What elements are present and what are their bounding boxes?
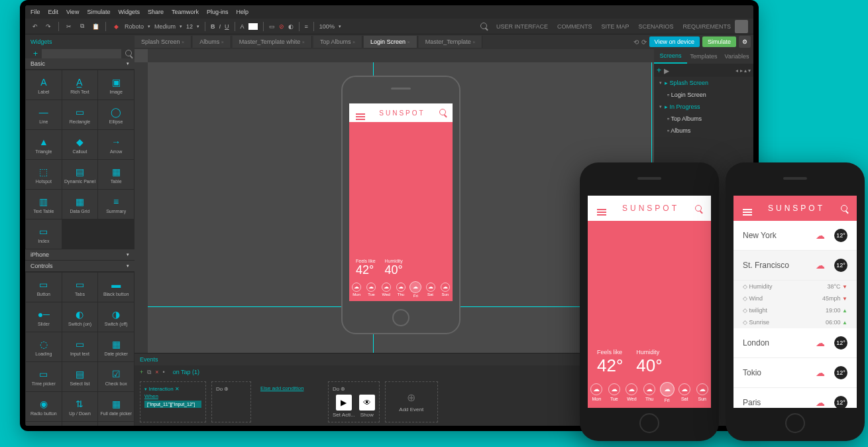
widget-full-date-picker[interactable]: ▦Full date picker xyxy=(98,392,134,421)
weight-select[interactable]: Medium xyxy=(154,23,176,30)
event-action[interactable]: 👁Show xyxy=(359,395,375,418)
nav-requirements[interactable]: REQUIREMENTS xyxy=(682,23,731,30)
widget-image[interactable]: ▣Image xyxy=(98,70,134,99)
redo-icon[interactable]: ↷ xyxy=(44,22,53,31)
widget-dynamic-panel[interactable]: ▤Dynamic Panel xyxy=(62,160,98,189)
canvas-tab[interactable]: Top Albums × xyxy=(313,36,362,48)
cut-icon[interactable]: ✂ xyxy=(64,22,74,31)
city-row[interactable]: St. Francisco☁12° xyxy=(733,251,857,281)
city-row[interactable]: New York☁12° xyxy=(733,221,857,251)
simulate-button[interactable]: Simulate xyxy=(702,36,736,47)
forecast-day[interactable]: ☁Thu xyxy=(394,277,408,301)
widget-up-down[interactable]: ⇅Up / Down xyxy=(62,392,98,421)
tree-screen[interactable]: ▫ Login Screen xyxy=(654,89,753,101)
widget-index[interactable]: ▭Index xyxy=(26,220,62,249)
widget-triangle[interactable]: ▲Triangle xyxy=(26,130,62,159)
design-canvas[interactable]: SUNSPOT Feels like42° Humidity40° ☁Mon☁T… xyxy=(349,103,453,301)
widget-line[interactable]: —Line xyxy=(26,100,62,129)
no-border-button[interactable]: ⊘ xyxy=(279,23,284,30)
menu-simulate[interactable]: Simulate xyxy=(87,9,110,15)
forecast-day[interactable]: ☁Mon xyxy=(349,277,364,301)
duplicate-event-icon[interactable]: ⧉ xyxy=(147,369,151,376)
section-header[interactable]: Basic▾ xyxy=(25,58,135,70)
forecast-day[interactable]: ☁Wed xyxy=(623,376,641,408)
italic-button[interactable]: I xyxy=(219,23,221,30)
widget-map-pin[interactable]: 📍Map pin xyxy=(98,422,134,426)
forecast-day[interactable]: ☁Sat xyxy=(423,277,437,301)
tree-folder[interactable]: ▾ ▸ Splash Screen xyxy=(654,77,753,89)
add-event-plus-icon[interactable]: ⊕ xyxy=(407,391,415,404)
search-icon[interactable] xyxy=(841,202,847,214)
tree-screen[interactable]: ▫ Top Albums xyxy=(654,113,753,125)
nav-site-map[interactable]: SITE MAP xyxy=(601,23,629,30)
widget-date-picker[interactable]: ▦Date picker xyxy=(98,332,134,361)
menu-help[interactable]: Help xyxy=(236,9,248,15)
add-event-label[interactable]: Add Event xyxy=(399,407,423,413)
copy-icon[interactable]: ⧉ xyxy=(78,22,87,31)
canvas-tab[interactable]: Master_Template × xyxy=(419,36,483,48)
widget-switch-on-[interactable]: ◐Switch (on) xyxy=(62,302,98,332)
widget-callout[interactable]: ◆Callout xyxy=(62,130,98,159)
user-avatar[interactable] xyxy=(735,20,748,33)
forecast-day[interactable]: ☁Thu xyxy=(641,376,659,408)
nav-comments[interactable]: COMMENTS xyxy=(557,23,592,30)
nav-icons[interactable]: ◂ ▸ ▴ ▾ xyxy=(735,68,751,74)
widget-radio-button[interactable]: ◉Radio button xyxy=(26,392,62,421)
forecast-day[interactable]: ☁Sun xyxy=(693,376,711,408)
canvas-tab[interactable]: Master_Template white × xyxy=(233,36,312,48)
widget-time-picker[interactable]: ▭Time picker xyxy=(26,362,62,391)
fill-color-button[interactable] xyxy=(248,23,258,30)
forecast-day[interactable]: ☁Fri xyxy=(658,376,676,408)
nav-scenarios[interactable]: SCENARIOS xyxy=(638,23,673,30)
city-row[interactable]: London☁12° xyxy=(733,328,857,358)
widget-input-text[interactable]: ▭Input text xyxy=(62,332,98,361)
widget-rectangle[interactable]: ▭Rectangle xyxy=(62,100,98,129)
menu-share[interactable]: Share xyxy=(148,9,164,15)
widget-arrow[interactable]: →Arrow xyxy=(98,130,134,159)
widget-loading[interactable]: ◌Loading xyxy=(26,332,62,361)
delete-event-icon[interactable]: × xyxy=(155,369,158,375)
widget-ellipse[interactable]: ◯Ellipse xyxy=(98,100,134,129)
forecast-day[interactable]: ☁Wed xyxy=(379,277,394,301)
bold-button[interactable]: B xyxy=(211,23,215,30)
interaction-label[interactable]: Interaction xyxy=(148,386,173,392)
border-button[interactable]: ▭ xyxy=(269,23,275,30)
nav-user-interface[interactable]: USER INTERFACE xyxy=(496,23,548,30)
panel-tab-variables[interactable]: Variables xyxy=(720,49,753,64)
widget-text-table[interactable]: ▥Text Table xyxy=(26,190,62,219)
else-add-condition[interactable]: Else add condition xyxy=(256,381,323,422)
widget-summary[interactable]: ≡Summary xyxy=(98,190,134,219)
menu-file[interactable]: File xyxy=(30,9,40,15)
forecast-day[interactable]: ☁Tue xyxy=(606,376,624,408)
widget-switch-off-[interactable]: ◑Switch (off) xyxy=(98,302,134,332)
hamburger-icon[interactable] xyxy=(356,106,365,120)
menu-view[interactable]: View xyxy=(66,9,79,15)
when-label[interactable]: When xyxy=(144,393,201,399)
widget-search-input[interactable] xyxy=(42,49,121,58)
device-frame[interactable]: SUNSPOT Feels like42° Humidity40° ☁Mon☁T… xyxy=(341,76,461,334)
settings-button[interactable]: ⚙ xyxy=(739,36,751,48)
panel-tab-screens[interactable]: Screens xyxy=(654,49,687,64)
widget-rich-text[interactable]: A̲Rich Text xyxy=(62,70,98,99)
search-icon[interactable] xyxy=(480,23,487,31)
widget-table[interactable]: ▦Table xyxy=(98,160,134,189)
canvas-tab[interactable]: Splash Screen × xyxy=(135,36,191,48)
event-trigger-tab[interactable]: on Tap (1) xyxy=(169,367,203,377)
widget-label[interactable]: ALabel xyxy=(26,70,62,99)
forecast-day[interactable]: ☁Mon xyxy=(588,376,606,408)
widget-select-list[interactable]: ▤Select list xyxy=(62,362,98,391)
size-select[interactable]: 12 xyxy=(186,23,193,30)
widget-new-app-icon[interactable]: ●New app icon xyxy=(26,422,62,426)
menu-edit[interactable]: Edit xyxy=(48,9,59,15)
font-select[interactable]: Roboto xyxy=(125,23,144,30)
menu-plug-ins[interactable]: Plug-ins xyxy=(207,9,229,15)
widget-black-button[interactable]: ▬Black button xyxy=(98,273,134,302)
event-action[interactable]: ▶Set Acti... xyxy=(333,395,355,418)
widget-tabs[interactable]: ▭Tabs xyxy=(62,273,98,302)
folder-icon[interactable]: ▸ xyxy=(664,64,669,77)
widget-data-grid[interactable]: ▦Data Grid xyxy=(62,190,98,219)
panel-tab-templates[interactable]: Templates xyxy=(687,49,720,64)
canvas-tab[interactable]: Albums × xyxy=(193,36,231,48)
forecast-day[interactable]: ☁Sun xyxy=(438,277,453,301)
condition-chip[interactable]: ["Input_11"]["Input_12"] xyxy=(144,401,201,408)
